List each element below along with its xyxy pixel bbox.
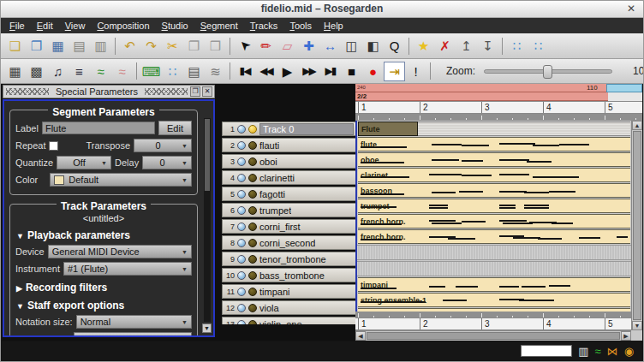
scroll-right-icon[interactable]: ▶ (621, 331, 631, 341)
segment-trumpet[interactable]: trumpet (358, 199, 630, 213)
record-led-icon[interactable] (248, 141, 257, 150)
menu-view[interactable]: View (59, 19, 92, 33)
drum-matrix-icon[interactable]: ▩ (26, 62, 47, 81)
track-label[interactable]: flauti (259, 140, 279, 151)
select-tool-icon[interactable]: ➤ (234, 36, 255, 56)
track-row-flauti[interactable]: 2flauti (222, 138, 356, 152)
track-label[interactable]: viola (259, 303, 279, 313)
cut-icon[interactable]: ✂ (162, 36, 183, 56)
track-down-icon[interactable]: ↧ (477, 36, 498, 56)
bar-ruler-top[interactable]: 12345 (355, 101, 642, 114)
recording-filters-header[interactable]: ▶Recording filters (16, 282, 191, 294)
track-label[interactable]: fagotti (259, 189, 285, 199)
menu-edit[interactable]: Edit (31, 19, 59, 33)
horizontal-scrollbar-thumb[interactable] (367, 332, 620, 340)
vertical-scrollbar-thumb[interactable] (633, 131, 641, 320)
special-parameters-titlebar[interactable]: Special Parameters ❐ ✕ (3, 85, 215, 98)
mute-dots-icon[interactable]: ∷ (506, 36, 528, 56)
delay-dropdown[interactable]: 0▼ (142, 156, 192, 169)
title-bar[interactable]: fidelio.mid – Rosegarden ✕ (1, 1, 643, 18)
menu-composition[interactable]: Composition (91, 19, 155, 33)
mute-led-icon[interactable] (237, 157, 246, 166)
track-row-corni-first[interactable]: 7corni_first (222, 219, 356, 234)
playback-parameters-header[interactable]: ▼Playback parameters (16, 229, 191, 241)
track-label[interactable]: oboi (259, 157, 277, 167)
transpose-dropdown[interactable]: 0▼ (134, 139, 192, 152)
record-led-icon[interactable] (248, 271, 257, 280)
solo-dots-icon[interactable]: ∷ (528, 36, 549, 56)
menu-studio[interactable]: Studio (156, 19, 194, 33)
audio-faders-icon[interactable]: ≋ (205, 62, 226, 81)
mute-led-icon[interactable] (237, 223, 246, 231)
tempo-ruler[interactable]: 240 110 (355, 84, 642, 92)
rewind-button[interactable]: ◀◀ (255, 62, 277, 81)
quantize-icon[interactable]: Q (384, 36, 405, 56)
audio-editor-icon[interactable]: ≈ (90, 62, 111, 81)
float-panel-icon[interactable]: ❐ (190, 86, 200, 97)
dock-handle-left[interactable] (6, 88, 49, 95)
menu-segment[interactable]: Segment (194, 19, 244, 33)
track-label[interactable]: violin_one (259, 319, 302, 325)
move-tool-icon[interactable]: ✚ (298, 36, 319, 56)
track-row-tenor-trombone[interactable]: 9tenor_trombone (222, 252, 356, 266)
panel-scrollbar[interactable] (204, 118, 211, 322)
erase-tool-icon[interactable]: ▱ (277, 36, 298, 56)
track-up-icon[interactable]: ↥ (456, 36, 477, 56)
stop-button[interactable]: ■ (341, 62, 362, 81)
panic-button[interactable]: ! (405, 62, 426, 81)
add-marker-icon[interactable]: ★ (413, 36, 434, 56)
segment-french-horn-[interactable]: french.horn. (358, 214, 630, 228)
record-led-icon[interactable] (248, 304, 257, 312)
segment-area[interactable]: Flutefluteoboeclarinetbassoontrumpetfren… (355, 121, 631, 312)
open-file-icon[interactable]: ❐ (26, 36, 47, 56)
edit-button[interactable]: Edit (158, 121, 192, 135)
delete-marker-icon[interactable]: ✗ (434, 36, 456, 56)
print-preview-icon[interactable]: ▥ (90, 36, 111, 56)
track-label[interactable]: corni_first (259, 222, 301, 232)
split-tool-icon[interactable]: ◫ (341, 36, 362, 56)
track-row-corni-second[interactable]: 8corni_second (222, 235, 356, 250)
instrument-dropdown[interactable]: #1 (Flute)▼ (63, 262, 192, 276)
close-icon[interactable]: ✕ (627, 1, 635, 17)
segment-timpani[interactable]: timpani (358, 277, 630, 292)
scroll-down-icon[interactable]: ▼ (632, 321, 642, 330)
panel-scrollbar-thumb[interactable] (205, 119, 210, 191)
track-label[interactable]: tenor_trombone (259, 254, 326, 264)
track-row-bass-trombone[interactable]: 10bass_trombone (222, 268, 356, 282)
track-row-fagotti[interactable]: 5fagotti (222, 187, 356, 201)
record-led-icon[interactable] (248, 190, 257, 199)
track-label[interactable]: corni_second (259, 238, 315, 248)
mute-led-icon[interactable] (237, 206, 246, 215)
horizontal-scrollbar[interactable]: ◀ ▶ (355, 330, 631, 341)
track-label[interactable]: bass_trombone (259, 270, 325, 281)
track-row-track-0[interactable]: 1Track 0 (222, 122, 356, 136)
record-led-icon[interactable] (248, 125, 257, 134)
mixer-knobs-icon[interactable]: ∷ (162, 62, 183, 81)
record-led-icon[interactable] (248, 206, 257, 215)
menu-file[interactable]: File (3, 19, 31, 33)
menu-tracks[interactable]: Tracks (244, 19, 284, 33)
midi-mixer-icon[interactable]: ▤ (183, 62, 205, 81)
mute-led-icon[interactable] (237, 239, 246, 247)
segment-string-ensemble-1[interactable]: string.ensemble-1 (358, 293, 630, 307)
event-list-icon[interactable]: ≡ (69, 62, 90, 81)
color-dropdown[interactable]: Default ▼ (50, 173, 192, 187)
mute-led-icon[interactable] (237, 304, 246, 312)
resize-tool-icon[interactable]: ↔ (319, 36, 341, 56)
close-panel-icon[interactable]: ✕ (202, 86, 212, 97)
mute-led-icon[interactable] (237, 288, 246, 296)
mute-led-icon[interactable] (237, 125, 246, 134)
zoom-slider[interactable] (484, 69, 612, 74)
segment-flute[interactable]: flute (358, 137, 630, 151)
scroll-left-icon[interactable]: ◀ (355, 331, 366, 341)
staff-export-header[interactable]: ▼Staff export options (16, 300, 191, 312)
copy-icon[interactable]: ❐ (183, 36, 205, 56)
mute-led-icon[interactable] (237, 320, 246, 325)
redo-icon[interactable]: ↷ (140, 36, 162, 56)
mute-led-icon[interactable] (237, 255, 246, 264)
record-led-icon[interactable] (248, 288, 257, 296)
repeat-checkbox[interactable] (49, 141, 58, 151)
track-row-trumpet[interactable]: 6trumpet (222, 203, 356, 217)
segment-clarinet[interactable]: clarinet (358, 168, 630, 182)
forward-end-button[interactable]: ▶▮ (319, 62, 341, 81)
